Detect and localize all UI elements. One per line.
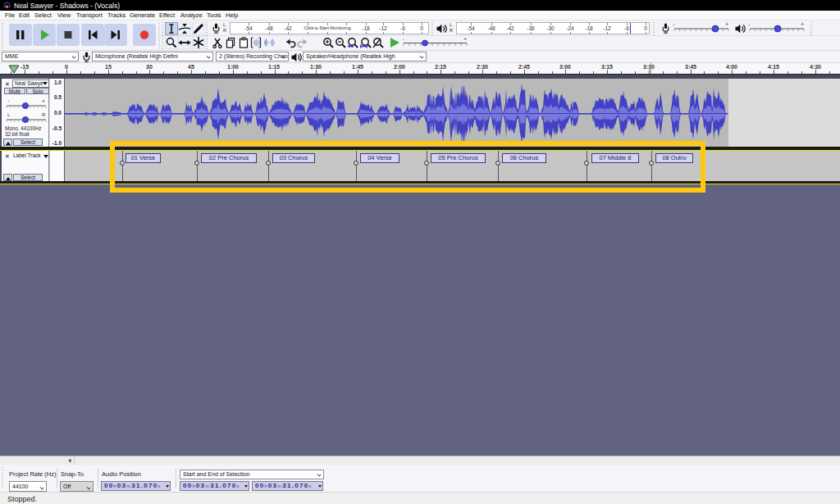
svg-text:-: -: [673, 22, 675, 27]
svg-text:-: -: [403, 38, 404, 42]
svg-text:+: +: [801, 22, 804, 27]
svg-text:R: R: [42, 112, 46, 117]
svg-text:L: L: [7, 112, 11, 117]
svg-text:+: +: [42, 98, 45, 104]
svg-text:-: -: [748, 22, 751, 27]
svg-text:+: +: [463, 38, 467, 42]
svg-text:+: +: [725, 22, 728, 27]
svg-text:-: -: [7, 98, 10, 103]
